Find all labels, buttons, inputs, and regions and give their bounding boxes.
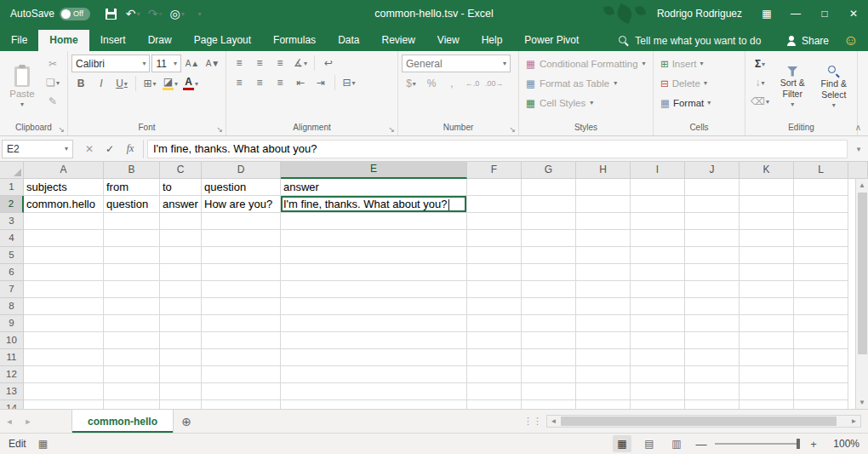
cell-G5[interactable]: [522, 247, 576, 264]
column-header-B[interactable]: B: [104, 162, 160, 179]
wrap-text-button[interactable]: ↩: [319, 55, 338, 72]
align-right-button[interactable]: ≡: [271, 74, 289, 91]
cell-E5[interactable]: [281, 247, 467, 264]
collapse-ribbon-button[interactable]: ∧: [855, 123, 861, 132]
cell-C7[interactable]: [160, 281, 202, 298]
cell-E7[interactable]: [281, 281, 467, 298]
scroll-up-icon[interactable]: ▲: [856, 179, 868, 192]
cell-D12[interactable]: [202, 366, 281, 383]
cell-C10[interactable]: [160, 332, 202, 349]
hscroll-right-icon[interactable]: ►: [848, 416, 860, 427]
underline-button[interactable]: U▾: [112, 75, 131, 92]
cell-A12[interactable]: [24, 366, 104, 383]
cell-E2[interactable]: I'm fine, thanks. What about you?: [281, 196, 467, 213]
cell-F13[interactable]: [467, 383, 522, 400]
cell-H9[interactable]: [576, 315, 631, 332]
ribbon-tab-formulas[interactable]: Formulas: [262, 30, 327, 51]
cell-J5[interactable]: [685, 247, 740, 264]
cell-E4[interactable]: [281, 230, 467, 247]
column-header-I[interactable]: I: [631, 162, 685, 179]
cell-A14[interactable]: [24, 400, 104, 409]
row-header-10[interactable]: 10: [0, 332, 24, 349]
cell-F6[interactable]: [467, 264, 522, 281]
ribbon-tab-page-layout[interactable]: Page Layout: [183, 30, 262, 51]
zoom-slider[interactable]: [715, 443, 800, 445]
cell-L11[interactable]: [794, 349, 848, 366]
vertical-scroll-thumb[interactable]: [858, 193, 867, 354]
cell-A4[interactable]: [24, 230, 104, 247]
decrease-indent-button[interactable]: ⇤: [291, 74, 310, 91]
cell-F1[interactable]: [467, 179, 522, 196]
format-cells-button[interactable]: ▦ Format ▾: [657, 93, 741, 112]
cell-G1[interactable]: [522, 179, 576, 196]
cell-E14[interactable]: [281, 400, 467, 409]
cell-A13[interactable]: [24, 383, 104, 400]
undo-button[interactable]: ↶▾: [123, 3, 143, 24]
cell-B7[interactable]: [104, 281, 160, 298]
cell-E11[interactable]: [281, 349, 467, 366]
row-header-8[interactable]: 8: [0, 298, 24, 315]
align-middle-button[interactable]: ≡: [250, 55, 269, 72]
cell-I13[interactable]: [631, 383, 685, 400]
clear-button[interactable]: ⌫▾: [749, 93, 771, 110]
cell-E13[interactable]: [281, 383, 467, 400]
clipboard-dialog-launcher[interactable]: ↘: [58, 125, 65, 134]
orientation-button[interactable]: ∡▾: [291, 55, 310, 72]
row-header-9[interactable]: 9: [0, 315, 24, 332]
cell-E1[interactable]: answer: [281, 179, 467, 196]
cell-G14[interactable]: [522, 400, 576, 409]
cell-C6[interactable]: [160, 264, 202, 281]
zoom-out-button[interactable]: —: [694, 438, 708, 451]
cell-H4[interactable]: [576, 230, 631, 247]
row-header-12[interactable]: 12: [0, 366, 24, 383]
normal-view-button[interactable]: ▦: [613, 435, 631, 452]
page-break-view-button[interactable]: ▥: [667, 435, 686, 452]
percent-style-button[interactable]: %: [422, 75, 441, 92]
merge-center-button[interactable]: ⊟▾: [340, 74, 358, 91]
cell-I8[interactable]: [631, 298, 685, 315]
cell-D6[interactable]: [202, 264, 281, 281]
cell-D3[interactable]: [202, 213, 281, 230]
find-select-button[interactable]: Find & Select ▾: [814, 54, 854, 121]
column-header-K[interactable]: K: [740, 162, 794, 179]
font-dialog-launcher[interactable]: ↘: [216, 125, 223, 134]
cell-A3[interactable]: [24, 213, 104, 230]
cell-I1[interactable]: [631, 179, 685, 196]
tab-splitter-handle[interactable]: ⋮⋮: [519, 416, 546, 427]
cell-J6[interactable]: [685, 264, 740, 281]
new-sheet-button[interactable]: ⊕: [174, 410, 199, 433]
share-button[interactable]: Share: [776, 30, 839, 51]
ribbon-tab-draw[interactable]: Draw: [137, 30, 183, 51]
touch-mode-button[interactable]: ◎▾: [167, 3, 187, 24]
cell-C9[interactable]: [160, 315, 202, 332]
cell-C5[interactable]: [160, 247, 202, 264]
cell-H7[interactable]: [576, 281, 631, 298]
font-name-combo[interactable]: Calibri ▾: [71, 55, 150, 72]
tell-me-search[interactable]: Tell me what you want to do: [619, 30, 761, 51]
cell-A5[interactable]: [24, 247, 104, 264]
cell-K2[interactable]: [740, 196, 794, 213]
paste-button[interactable]: Paste ▾: [3, 54, 41, 121]
column-header-A[interactable]: A: [24, 162, 104, 179]
delete-cells-button[interactable]: ⊟ Delete ▾: [657, 73, 741, 93]
row-header-14[interactable]: 14: [0, 400, 24, 409]
cell-D5[interactable]: [202, 247, 281, 264]
cell-K4[interactable]: [740, 230, 794, 247]
cell-I9[interactable]: [631, 315, 685, 332]
cell-B10[interactable]: [104, 332, 160, 349]
minimize-button[interactable]: —: [781, 0, 810, 27]
maximize-button[interactable]: □: [810, 0, 839, 27]
ribbon-tab-help[interactable]: Help: [471, 30, 514, 51]
cell-J14[interactable]: [685, 400, 740, 409]
cell-I7[interactable]: [631, 281, 685, 298]
ribbon-tab-view[interactable]: View: [426, 30, 471, 51]
close-button[interactable]: ✕: [839, 0, 868, 27]
column-header-D[interactable]: D: [202, 162, 281, 179]
cell-H2[interactable]: [576, 196, 631, 213]
cell-F4[interactable]: [467, 230, 522, 247]
cell-H14[interactable]: [576, 400, 631, 409]
cell-I14[interactable]: [631, 400, 685, 409]
column-header-J[interactable]: J: [685, 162, 740, 179]
cell-F5[interactable]: [467, 247, 522, 264]
cell-H10[interactable]: [576, 332, 631, 349]
